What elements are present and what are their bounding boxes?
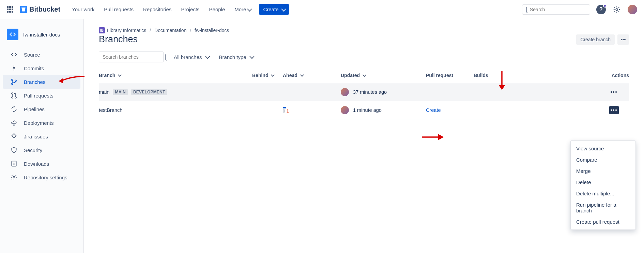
ahead-indicator: 01: [283, 107, 289, 114]
repo-header[interactable]: fw-installer-docs: [0, 25, 83, 47]
col-label: Builds: [474, 73, 488, 78]
menu-item-run-pipeline[interactable]: Run pipeline for a branch: [571, 199, 635, 216]
create-pull-request-link[interactable]: Create: [426, 107, 441, 113]
sidebar-item-label: Security: [24, 147, 42, 153]
filter-all-branches[interactable]: All branches: [174, 54, 209, 60]
annotation-arrow: [421, 132, 445, 142]
breadcrumb-item-2[interactable]: fw-installer-docs: [195, 28, 229, 33]
bitbucket-mark-icon: [20, 6, 27, 13]
svg-point-13: [13, 177, 15, 178]
nav-projects[interactable]: Projects: [181, 6, 199, 12]
menu-item-delete-multiple[interactable]: Delete multiple...: [571, 188, 635, 199]
breadcrumb-label-2: fw-installer-docs: [195, 28, 229, 33]
create-button[interactable]: Create: [259, 4, 289, 15]
sidebar-item-jira[interactable]: Jira issues: [3, 130, 80, 143]
avatar[interactable]: [628, 5, 637, 14]
sidebar-item-commit[interactable]: Commits: [3, 61, 80, 75]
shield-icon: [10, 147, 18, 153]
menu-item-compare[interactable]: Compare: [571, 154, 635, 165]
row-actions-button[interactable]: •••: [609, 88, 619, 96]
sidebar-item-label: Pipelines: [24, 106, 45, 112]
sidebar-item-branch[interactable]: Branches: [3, 75, 80, 89]
sidebar-item-label: Pull requests: [24, 93, 53, 99]
branch-search-input[interactable]: [103, 54, 162, 60]
breadcrumb-item-1[interactable]: Documentation: [154, 28, 186, 33]
col-label: Ahead: [283, 73, 297, 78]
menu-item-delete[interactable]: Delete: [571, 177, 635, 188]
row-actions-button[interactable]: •••: [609, 106, 619, 114]
sidebar-item-deploy[interactable]: Deployments: [3, 116, 80, 130]
breadcrumb: IBLibrary Informatics / Documentation / …: [99, 27, 629, 33]
global-search-input[interactable]: [530, 7, 589, 12]
breadcrumb-separator: /: [190, 28, 191, 33]
chevron-down-icon: [281, 6, 286, 11]
branch-search[interactable]: [99, 51, 164, 62]
table-row: testBranch011 minute agoCreate•••: [99, 101, 629, 119]
create-button-label: Create: [263, 6, 278, 12]
sidebar-item-label: Downloads: [24, 161, 49, 167]
breadcrumb-separator: /: [150, 28, 151, 33]
col-header-behind[interactable]: Behind: [252, 73, 283, 78]
chevron-down-icon: [271, 73, 275, 77]
col-header-updated[interactable]: Updated: [341, 73, 426, 78]
menu-item-merge[interactable]: Merge: [571, 165, 635, 177]
nav-more[interactable]: More: [234, 6, 251, 12]
nav-repositories[interactable]: Repositories: [143, 6, 171, 12]
download-icon: [10, 160, 18, 167]
page-title: Branches: [99, 34, 138, 45]
search-icon: [165, 54, 166, 60]
nav-people[interactable]: People: [209, 6, 225, 12]
filter-type-label: Branch type: [219, 54, 246, 60]
sidebar-item-gear[interactable]: Repository settings: [3, 170, 80, 184]
avatar: [341, 106, 349, 114]
sidebar-item-code[interactable]: Source: [3, 48, 80, 61]
search-icon: [526, 7, 527, 12]
branch-name[interactable]: testBranch: [99, 107, 122, 113]
sidebar-item-pipe[interactable]: Pipelines: [3, 102, 80, 116]
global-search[interactable]: [522, 4, 590, 15]
nav-your-work[interactable]: Your work: [72, 6, 94, 12]
gear-icon: [613, 6, 620, 13]
menu-item-create-pr[interactable]: Create pull request: [571, 216, 635, 227]
sidebar-item-pull[interactable]: Pull requests: [3, 89, 80, 102]
col-header-branch[interactable]: Branch: [99, 73, 252, 78]
sidebar-item-shield[interactable]: Security: [3, 143, 80, 157]
page-actions: Create branch •••: [576, 34, 629, 45]
code-icon: [7, 29, 18, 40]
repo-name: fw-installer-docs: [23, 32, 60, 38]
sidebar-item-label: Deployments: [24, 120, 54, 126]
sidebar-item-label: Repository settings: [24, 175, 67, 180]
app-switcher-icon[interactable]: [7, 6, 14, 13]
breadcrumb-item-0[interactable]: IBLibrary Informatics: [99, 27, 146, 33]
create-branch-button[interactable]: Create branch: [576, 34, 615, 45]
col-label: Pull request: [426, 73, 453, 78]
svg-point-9: [15, 97, 16, 98]
col-header-pull-request: Pull request: [426, 73, 474, 78]
updated-text: 37 minutes ago: [353, 89, 387, 95]
branch-tag: DEVELOPMENT: [131, 89, 167, 95]
sidebar-item-label: Jira issues: [24, 134, 48, 139]
deploy-icon: [10, 119, 18, 126]
primary-nav: Your work Pull requests Repositories Pro…: [72, 6, 251, 12]
col-header-ahead[interactable]: Ahead: [283, 73, 341, 78]
branch-tag: MAIN: [113, 89, 127, 95]
col-header-actions: Actions: [609, 73, 629, 78]
sidebar-items: SourceCommitsBranchesPull requestsPipeli…: [0, 47, 83, 185]
bitbucket-logo[interactable]: Bitbucket: [20, 5, 60, 13]
svg-point-0: [616, 9, 618, 11]
filter-branch-type[interactable]: Branch type: [219, 54, 253, 60]
nav-pull-requests[interactable]: Pull requests: [104, 6, 134, 12]
notification-dot-icon: [603, 4, 607, 8]
settings-button[interactable]: [612, 5, 622, 14]
chevron-down-icon: [118, 73, 122, 77]
breadcrumb-label-0: Library Informatics: [107, 28, 146, 33]
help-button[interactable]: ?: [596, 5, 606, 14]
sidebar: fw-installer-docs SourceCommitsBranchesP…: [0, 19, 84, 253]
more-actions-button[interactable]: •••: [617, 34, 629, 45]
sidebar-item-download[interactable]: Downloads: [3, 157, 80, 170]
project-icon: IB: [99, 27, 105, 33]
branch-name[interactable]: main: [99, 89, 109, 95]
app-name: Bitbucket: [29, 5, 60, 13]
menu-item-view-source[interactable]: View source: [571, 143, 635, 154]
table-header: Branch Behind Ahead Updated Pull request…: [99, 69, 629, 83]
